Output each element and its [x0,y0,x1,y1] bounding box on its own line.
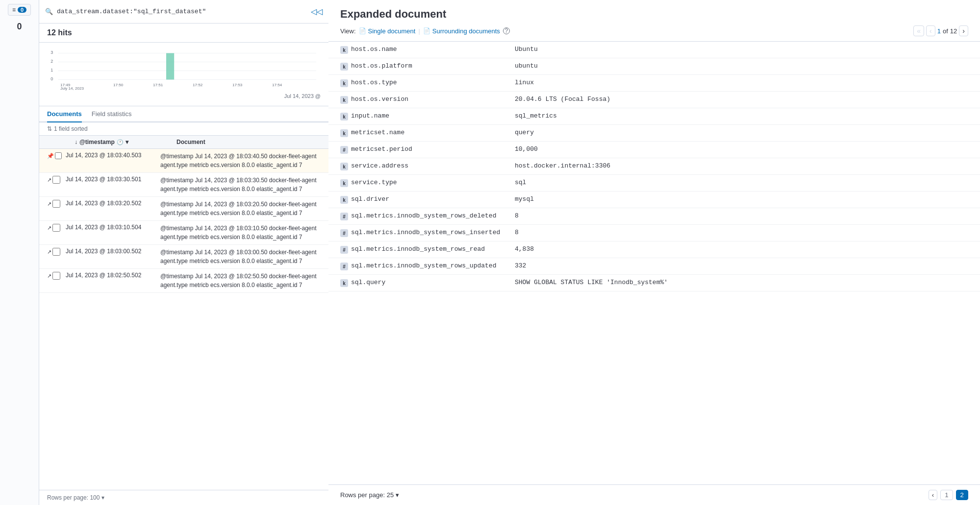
detail-row-innodb-rows-inserted: # sql.metrics.innodb_system_rows_inserte… [328,225,980,241]
detail-row-host-os-platform: k host.os.platform ubuntu [328,58,980,75]
collapse-icon[interactable]: ◁◁ [311,7,323,16]
detail-key-cell: k service.address [340,162,507,170]
page-1-button[interactable]: 1 [940,490,953,500]
col-timestamp-header[interactable]: ↓ @timestamp 🕐 ▾ [75,139,173,145]
detail-footer: Rows per page: 25 ▾ ‹ 1 2 [328,484,980,505]
row-time-1: Jul 14, 2023 @ 18:03:30.501 [66,176,156,183]
detail-key: metricset.period [351,145,412,153]
row-doc-4: @timestamp Jul 14, 2023 @ 18:03:00.50 do… [160,248,321,265]
detail-row-sql-driver: k sql.driver mysql [328,192,980,208]
info-icon[interactable]: ? [503,27,510,34]
svg-text:17:50: 17:50 [113,83,124,87]
row-checkbox-3[interactable] [52,224,60,232]
sort-icon: ⇅ [47,125,52,132]
table-row: ↗ Jul 14, 2023 @ 18:03:20.502 @timestamp… [39,197,328,221]
detail-key-cell: # sql.metrics.innodb_system_rows_deleted [340,212,507,220]
detail-value: ubuntu [515,62,968,70]
view-options: View: 📄 Single document | 📄 Surrounding … [340,27,510,35]
detail-key: sql.query [351,279,385,286]
row-doc-3: @timestamp Jul 14, 2023 @ 18:03:10.50 do… [160,224,321,241]
detail-key-cell: k input.name [340,112,507,120]
nav-current: 1 [937,27,941,35]
badge-k: k [340,79,348,87]
rows-per-page[interactable]: Rows per page: 100 ▾ [39,490,328,505]
expand-icon[interactable]: ↗ [47,177,51,183]
col-expand-header [47,139,57,145]
row-time-2: Jul 14, 2023 @ 18:03:20.502 [66,200,156,207]
detail-key: sql.driver [351,195,389,203]
surrounding-docs-icon: 📄 [423,27,430,34]
row-icons-2: ↗ [47,200,62,208]
sort-desc-icon: ↓ [75,139,77,145]
detail-value: sql_metrics [515,112,968,120]
detail-value: Ubuntu [515,46,968,53]
detail-key: metricset.name [351,129,404,136]
view-separator: | [418,27,420,35]
svg-text:17:53: 17:53 [232,83,243,87]
detail-row-service-type: k service.type sql [328,175,980,192]
detail-row-host-os-name: k host.os.name Ubuntu [328,42,980,58]
timestamp-label: @timestamp [79,139,115,145]
detail-key: service.type [351,179,397,186]
rows-per-page-detail[interactable]: Rows per page: 25 ▾ [340,491,399,499]
tab-documents[interactable]: Documents [47,106,82,122]
expand-icon[interactable]: ↗ [47,273,51,279]
right-panel: Expanded document View: 📄 Single documen… [328,0,980,505]
badge-hash: # [340,229,348,237]
histogram-chart: 3 2 1 0 17:49 July 14, 2023 17:50 17:51 … [47,47,321,91]
row-icons-3: ↗ [47,224,62,232]
sidebar-left: ≡ 0 0 [0,0,39,505]
detail-key-cell: k host.os.type [340,79,507,87]
detail-key-cell: # metricset.period [340,145,507,154]
left-panel: ≡ 0 0 🔍 ◁◁ 12 hits 3 2 1 0 [0,0,328,505]
search-icon: 🔍 [45,8,53,15]
chevron-icon: ▾ [126,139,128,145]
nav-controls: « ‹ 1 of 12 › [913,25,968,36]
detail-row-metricset-period: # metricset.period 10,000 [328,142,980,158]
table-column-headers: ↓ @timestamp 🕐 ▾ Document [39,136,328,149]
surrounding-docs-label: Surrounding documents [432,27,500,35]
detail-key-cell: k sql.driver [340,195,507,204]
main-left-content: 🔍 ◁◁ 12 hits 3 2 1 0 17:49 [39,0,328,505]
row-icons-1: ↗ [47,176,62,184]
detail-value: 332 [515,262,968,269]
next-page-button[interactable]: › [959,25,968,36]
expand-icon[interactable]: ↗ [47,249,51,255]
detail-row-service-address: k service.address host.docker.internal:3… [328,158,980,175]
chevron-down-icon: ▾ [396,491,399,499]
expand-icon[interactable]: ↗ [47,201,51,207]
pin-icon[interactable]: 📌 [47,153,54,159]
detail-value: host.docker.internal:3306 [515,162,968,169]
badge-k: k [340,163,348,170]
first-page-button[interactable]: « [913,25,924,36]
single-document-link[interactable]: 📄 Single document [359,27,416,35]
detail-value: mysql [515,195,968,203]
single-doc-label: Single document [368,27,416,35]
expand-icon[interactable]: ↗ [47,225,51,231]
row-doc-5: @timestamp Jul 14, 2023 @ 18:02:50.50 do… [160,272,321,289]
detail-value: 20.04.6 LTS (Focal Fossa) [515,96,968,103]
detail-row-innodb-rows-updated: # sql.metrics.innodb_system_rows_updated… [328,258,980,275]
prev-detail-button[interactable]: ‹ [929,490,937,500]
row-checkbox-5[interactable] [52,272,60,280]
detail-key-cell: k host.os.name [340,46,507,54]
detail-value: SHOW GLOBAL STATUS LIKE 'Innodb_system%' [515,279,968,286]
row-icons-4: ↗ [47,248,62,256]
tab-field-statistics[interactable]: Field statistics [92,106,132,122]
row-checkbox-4[interactable] [52,248,60,256]
row-checkbox-2[interactable] [52,200,60,208]
svg-text:17:52: 17:52 [193,83,203,87]
surrounding-docs-link[interactable]: 📄 Surrounding documents [423,27,500,35]
detail-key: sql.metrics.innodb_system_rows_deleted [351,212,496,219]
svg-text:1: 1 [50,68,53,72]
filter-button[interactable]: ≡ 0 [8,4,31,16]
search-input[interactable] [57,8,307,15]
row-checkbox-1[interactable] [52,176,60,184]
row-checkbox-0[interactable] [55,152,62,160]
detail-row-innodb-rows-read: # sql.metrics.innodb_system_rows_read 4,… [328,241,980,258]
detail-key-cell: # sql.metrics.innodb_system_rows_read [340,245,507,254]
prev-page-button[interactable]: ‹ [926,25,935,36]
page-2-button[interactable]: 2 [956,490,968,500]
detail-key: service.address [351,162,408,169]
detail-value: 10,000 [515,145,968,153]
